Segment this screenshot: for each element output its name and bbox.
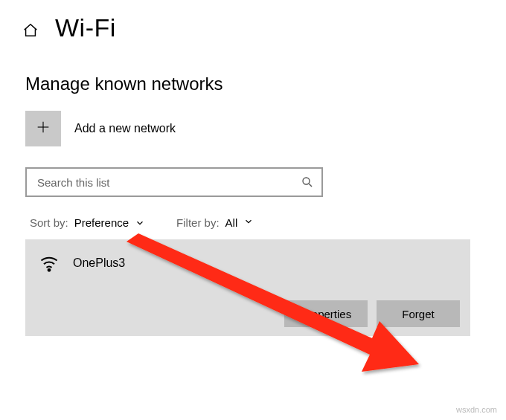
search-input[interactable] [37, 176, 301, 189]
header: Wi-Fi [0, 0, 506, 50]
network-name: OnePlus3 [73, 256, 125, 270]
add-tile[interactable] [25, 111, 61, 146]
filter-value[interactable]: All [225, 216, 238, 229]
chevron-down-icon[interactable] [135, 218, 145, 228]
svg-line-3 [309, 184, 312, 187]
filter-row: Sort by: Preference Filter by: All [0, 197, 506, 239]
home-icon[interactable] [22, 22, 39, 39]
sort-value[interactable]: Preference [74, 216, 129, 229]
svg-point-2 [303, 178, 310, 184]
plus-icon [35, 119, 51, 138]
add-network-row[interactable]: Add a new network [0, 94, 506, 155]
svg-point-4 [48, 269, 51, 271]
network-item-header: OnePlus3 [25, 239, 470, 277]
chevron-down-icon[interactable] [243, 216, 254, 229]
filter-label: Filter by: [176, 216, 220, 229]
sort-label: Sort by: [30, 216, 68, 229]
forget-button[interactable]: Forget [377, 300, 460, 327]
section-heading: Manage known networks [0, 50, 506, 94]
search-icon[interactable] [301, 175, 314, 189]
add-network-label: Add a new network [74, 122, 176, 135]
network-buttons: Properties Forget [25, 277, 470, 336]
properties-button[interactable]: Properties [284, 300, 368, 327]
wifi-icon [39, 253, 60, 274]
network-item[interactable]: OnePlus3 Properties Forget [25, 239, 470, 336]
watermark: wsxdn.com [456, 405, 497, 414]
page-title: Wi-Fi [55, 13, 116, 42]
search-box[interactable] [25, 167, 323, 197]
